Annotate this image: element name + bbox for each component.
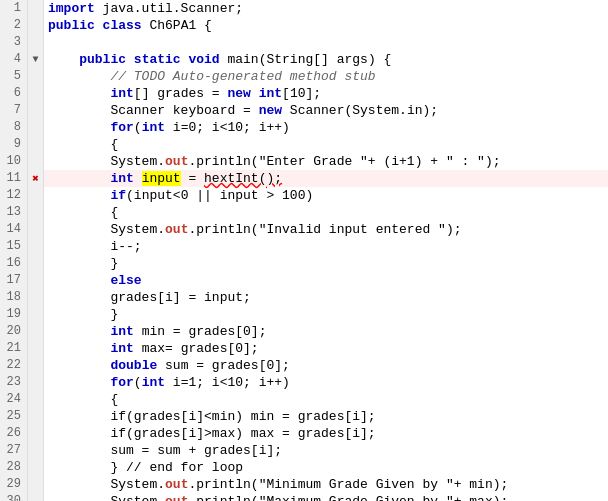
line-gutter: [28, 68, 44, 85]
line-number: 5: [0, 68, 28, 85]
line-number: 2: [0, 17, 28, 34]
code-line: 30 System.out.println("Maximum Grade Giv…: [0, 493, 608, 501]
line-number: 20: [0, 323, 28, 340]
line-gutter: [28, 306, 44, 323]
line-number: 26: [0, 425, 28, 442]
line-content: for(int i=1; i<10; i++): [44, 374, 608, 391]
line-number: 1: [0, 0, 28, 17]
line-gutter: [28, 391, 44, 408]
line-number: 4: [0, 51, 28, 68]
line-number: 29: [0, 476, 28, 493]
line-gutter: ▼: [28, 51, 44, 68]
line-gutter: [28, 119, 44, 136]
code-editor[interactable]: 1import java.util.Scanner;2public class …: [0, 0, 608, 501]
line-content: int min = grades[0];: [44, 323, 608, 340]
line-number: 10: [0, 153, 28, 170]
line-number: 27: [0, 442, 28, 459]
line-content: }: [44, 306, 608, 323]
code-line: 24 {: [0, 391, 608, 408]
line-gutter: [28, 204, 44, 221]
code-line: 4▼ public static void main(String[] args…: [0, 51, 608, 68]
line-gutter: [28, 340, 44, 357]
code-line: 2public class Ch6PA1 {: [0, 17, 608, 34]
line-content: }: [44, 255, 608, 272]
line-content: public static void main(String[] args) {: [44, 51, 608, 68]
line-content: else: [44, 272, 608, 289]
line-gutter: [28, 272, 44, 289]
code-line: 22 double sum = grades[0];: [0, 357, 608, 374]
line-gutter: [28, 221, 44, 238]
line-number: 24: [0, 391, 28, 408]
line-content: Scanner keyboard = new Scanner(System.in…: [44, 102, 608, 119]
line-gutter: [28, 238, 44, 255]
line-gutter: [28, 289, 44, 306]
code-line: 26 if(grades[i]>max) max = grades[i];: [0, 425, 608, 442]
line-number: 6: [0, 85, 28, 102]
line-number: 17: [0, 272, 28, 289]
line-number: 19: [0, 306, 28, 323]
line-gutter: [28, 442, 44, 459]
code-line: 9 {: [0, 136, 608, 153]
line-number: 15: [0, 238, 28, 255]
line-number: 14: [0, 221, 28, 238]
line-content: System.out.println("Minimum Grade Given …: [44, 476, 608, 493]
line-content: sum = sum + grades[i];: [44, 442, 608, 459]
line-number: 3: [0, 34, 28, 51]
line-content: [44, 34, 608, 51]
code-line: 7 Scanner keyboard = new Scanner(System.…: [0, 102, 608, 119]
line-content: {: [44, 136, 608, 153]
code-line: 23 for(int i=1; i<10; i++): [0, 374, 608, 391]
line-number: 25: [0, 408, 28, 425]
line-content: i--;: [44, 238, 608, 255]
line-gutter: [28, 0, 44, 17]
line-gutter: [28, 187, 44, 204]
line-content: public class Ch6PA1 {: [44, 17, 608, 34]
line-number: 8: [0, 119, 28, 136]
code-line: 28 } // end for loop: [0, 459, 608, 476]
line-gutter: [28, 374, 44, 391]
line-content: } // end for loop: [44, 459, 608, 476]
code-line: 14 System.out.println("Invalid input ent…: [0, 221, 608, 238]
code-line: 21 int max= grades[0];: [0, 340, 608, 357]
code-line: 19 }: [0, 306, 608, 323]
line-content: double sum = grades[0];: [44, 357, 608, 374]
code-line: 10 System.out.println("Enter Grade "+ (i…: [0, 153, 608, 170]
line-content: if(input<0 || input > 100): [44, 187, 608, 204]
code-line: 17 else: [0, 272, 608, 289]
line-gutter: [28, 459, 44, 476]
line-number: 22: [0, 357, 28, 374]
code-line: 3: [0, 34, 608, 51]
line-content: System.out.println("Maximum Grade Given …: [44, 493, 608, 501]
line-content: if(grades[i]<min) min = grades[i];: [44, 408, 608, 425]
fold-icon: ▼: [32, 54, 38, 65]
line-number: 7: [0, 102, 28, 119]
line-gutter: [28, 323, 44, 340]
code-line: 12 if(input<0 || input > 100): [0, 187, 608, 204]
line-gutter: [28, 255, 44, 272]
line-gutter: [28, 476, 44, 493]
line-gutter: [28, 34, 44, 51]
code-line: 27 sum = sum + grades[i];: [0, 442, 608, 459]
line-gutter: [28, 153, 44, 170]
line-number: 9: [0, 136, 28, 153]
code-line: 25 if(grades[i]<min) min = grades[i];: [0, 408, 608, 425]
code-line: 8 for(int i=0; i<10; i++): [0, 119, 608, 136]
line-content: System.out.println("Enter Grade "+ (i+1)…: [44, 153, 608, 170]
code-line: 20 int min = grades[0];: [0, 323, 608, 340]
line-content: {: [44, 391, 608, 408]
line-content: int[] grades = new int[10];: [44, 85, 608, 102]
line-gutter: [28, 136, 44, 153]
line-number: 28: [0, 459, 28, 476]
line-gutter: [28, 408, 44, 425]
line-gutter: [28, 425, 44, 442]
code-line: 13 {: [0, 204, 608, 221]
line-content: {: [44, 204, 608, 221]
line-gutter: [28, 102, 44, 119]
code-line: 16 }: [0, 255, 608, 272]
line-gutter: [28, 493, 44, 501]
line-number: 18: [0, 289, 28, 306]
error-icon: ✖: [32, 172, 39, 185]
code-line: 1import java.util.Scanner;: [0, 0, 608, 17]
line-content: for(int i=0; i<10; i++): [44, 119, 608, 136]
line-number: 21: [0, 340, 28, 357]
